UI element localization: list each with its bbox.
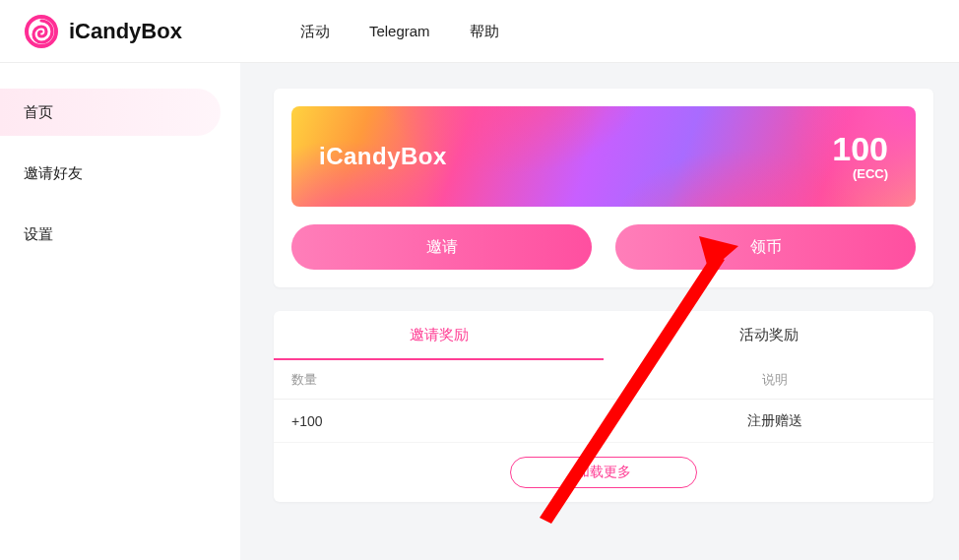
header-bar: iCandyBox 活动 Telegram 帮助 [0, 0, 959, 63]
load-more-button[interactable]: 加载更多 [510, 457, 697, 488]
balance-card: iCandyBox 100 (ECC) 邀请 领币 [274, 89, 933, 287]
top-nav: 活动 Telegram 帮助 [300, 23, 499, 41]
sidebar-item-settings[interactable]: 设置 [0, 211, 221, 258]
brand-name: iCandyBox [69, 19, 182, 44]
balance-unit: (ECC) [832, 166, 888, 181]
balance-amount: 100 [832, 132, 888, 167]
rewards-card: 邀请奖励 活动奖励 数量 说明 +100 注册赠送 加载更多 [274, 311, 933, 502]
tab-invite-rewards[interactable]: 邀请奖励 [274, 311, 604, 360]
col-header-qty: 数量 [291, 371, 635, 389]
invite-button[interactable]: 邀请 [291, 224, 592, 270]
cell-qty: +100 [291, 413, 635, 429]
brand-lockup: iCandyBox [24, 14, 182, 49]
nav-activity[interactable]: 活动 [300, 23, 330, 41]
nav-help[interactable]: 帮助 [470, 23, 499, 41]
nav-telegram[interactable]: Telegram [369, 23, 430, 41]
balance-amount-block: 100 (ECC) [832, 132, 888, 182]
main-content: iCandyBox 100 (ECC) 邀请 领币 邀请奖励 活动奖励 数量 说… [240, 63, 959, 560]
col-header-desc: 说明 [635, 371, 916, 389]
header-divider [0, 62, 959, 63]
sidebar: 首页 邀请好友 设置 [0, 63, 240, 560]
sidebar-item-home[interactable]: 首页 [0, 89, 221, 136]
balance-banner: iCandyBox 100 (ECC) [291, 106, 916, 207]
balance-title: iCandyBox [319, 143, 447, 170]
cell-desc: 注册赠送 [635, 412, 916, 430]
table-row: +100 注册赠送 [274, 400, 933, 443]
sidebar-item-invite[interactable]: 邀请好友 [0, 150, 221, 197]
candy-spiral-icon [24, 14, 59, 49]
tab-activity-rewards[interactable]: 活动奖励 [604, 311, 933, 360]
rewards-tabs: 邀请奖励 活动奖励 [274, 311, 933, 360]
claim-button[interactable]: 领币 [615, 224, 916, 270]
rewards-table-header: 数量 说明 [274, 360, 933, 400]
hero-action-row: 邀请 领币 [291, 224, 916, 270]
load-more-row: 加载更多 [274, 457, 933, 488]
